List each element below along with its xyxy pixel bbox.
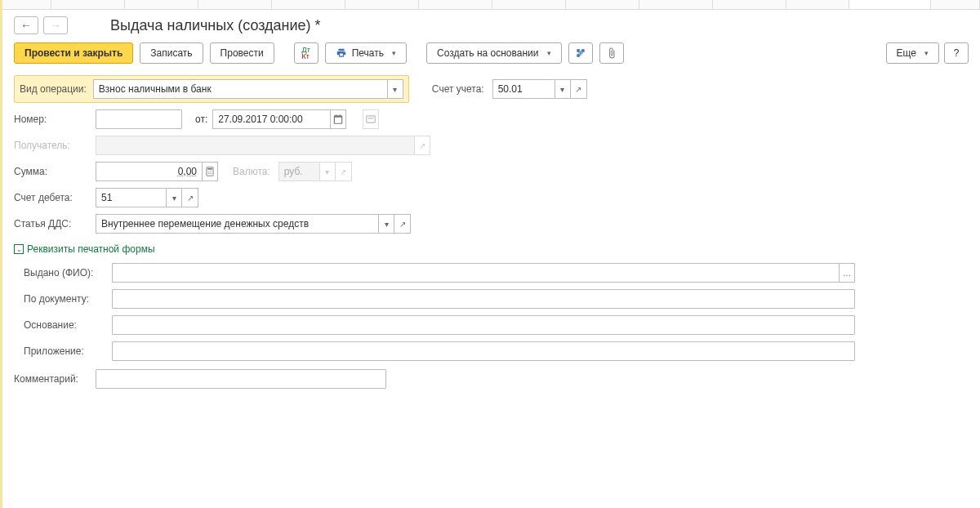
calendar-icon [332,114,344,125]
link-icon [575,47,586,59]
chevron-down-icon: ⌄ [14,244,24,254]
issued-to-picker[interactable]: … [839,263,855,283]
dds-open[interactable]: ↗ [394,214,411,234]
comment-input[interactable] [96,369,386,389]
page-title: Выдача наличных (создание) * [110,17,321,34]
help-button[interactable]: ? [944,42,969,64]
basis-input[interactable] [112,315,855,335]
date-input[interactable]: 27.09.2017 0:00:00 [212,109,330,129]
comment-label: Комментарий: [14,373,91,385]
account-label: Счет учета: [432,83,488,95]
svg-rect-3 [207,168,212,170]
svg-point-5 [209,171,210,172]
op-type-dropdown[interactable]: ▾ [387,79,403,99]
by-document-input[interactable] [112,289,855,309]
debit-acc-label: Счет дебета: [14,192,91,203]
debit-acc-input[interactable]: 51 [96,188,166,207]
issued-to-label: Выдано (ФИО): [24,267,107,279]
tab-strip [2,0,980,10]
post-button[interactable]: Провести [210,42,274,64]
account-input[interactable]: 50.01 [492,79,555,99]
svg-rect-0 [367,116,376,123]
calculator-icon [204,166,216,177]
attach-button[interactable] [599,42,624,64]
svg-point-4 [208,171,209,172]
paperclip-icon [606,47,617,59]
currency-label: Валюта: [233,166,274,177]
date-extra-button[interactable] [363,109,379,129]
currency-dropdown: ▾ [319,162,336,181]
number-label: Номер: [14,114,91,125]
recipient-label: Получатель: [14,140,91,151]
dds-label: Статья ДДС: [14,218,91,229]
attachment-input[interactable] [112,341,855,361]
debit-acc-open[interactable]: ↗ [182,188,198,207]
sum-input[interactable]: 0,00 [96,162,202,181]
number-input[interactable] [96,109,182,129]
basis-label: Основание: [24,319,107,331]
print-requisites-toggle[interactable]: ⌄ Реквизиты печатной формы [14,240,155,258]
attachment-label: Приложение: [24,345,107,357]
account-dropdown[interactable]: ▾ [555,79,571,99]
dds-input[interactable]: Внутреннее перемещение денежных средств [96,214,378,234]
dt-kt-button[interactable]: ДтКт [294,42,318,64]
nav-back-button[interactable]: ← [14,16,38,34]
date-picker-button[interactable] [330,109,346,129]
recipient-input [96,136,414,155]
currency-open: ↗ [336,162,352,181]
svg-point-8 [209,173,210,174]
save-button[interactable]: Записать [140,42,203,64]
op-type-label: Вид операции: [20,83,90,95]
dds-dropdown[interactable]: ▾ [378,214,394,234]
create-based-on-button[interactable]: Создать на основании [426,42,562,64]
more-button[interactable]: Еще [886,42,939,64]
sum-label: Сумма: [14,166,91,177]
sum-calc-button[interactable] [202,162,218,181]
from-label: от: [195,114,207,125]
issued-to-input[interactable] [112,263,839,283]
op-type-input[interactable]: Взнос наличными в банк [93,79,387,99]
nav-forward-button: → [43,16,68,34]
currency-input: руб. [278,162,319,181]
svg-point-9 [211,173,212,174]
card-icon [365,114,376,125]
recipient-open: ↗ [414,136,430,155]
svg-point-6 [211,171,212,172]
structure-button[interactable] [568,42,593,64]
svg-point-7 [208,173,209,174]
by-document-label: По документу: [24,293,107,305]
print-button[interactable]: Печать [325,42,407,64]
printer-icon [336,47,347,59]
svg-rect-1 [368,118,374,118]
account-open[interactable]: ↗ [571,79,587,99]
debit-acc-dropdown[interactable]: ▾ [166,188,182,207]
post-and-close-button[interactable]: Провести и закрыть [14,42,133,64]
